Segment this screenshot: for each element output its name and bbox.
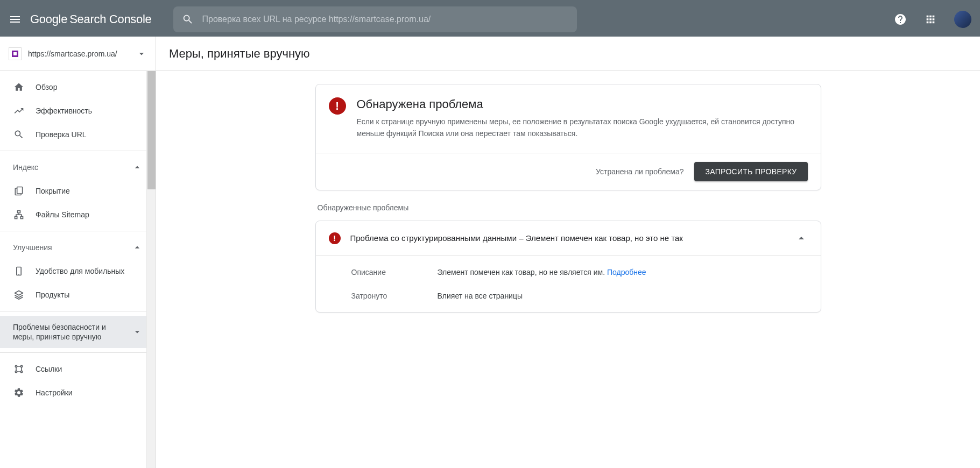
section-label: Проблемы безопасности и меры, принятые в… xyxy=(13,322,110,342)
svg-point-7 xyxy=(15,371,17,373)
sidebar-item-label: Обзор xyxy=(36,83,57,91)
dropdown-arrow-icon xyxy=(136,48,147,59)
sidebar-section-enhancements[interactable]: Улучшения xyxy=(0,236,156,259)
links-icon xyxy=(13,363,25,375)
property-favicon xyxy=(9,47,22,60)
property-selector[interactable]: https://smartcase.prom.ua/ xyxy=(0,37,156,71)
sidebar-nav: Обзор Эффективность Проверка URL Индекс … xyxy=(0,71,156,468)
issue-row-label: Описание xyxy=(351,268,438,276)
home-icon xyxy=(13,81,25,93)
sidebar-item-sitemaps[interactable]: Файлы Sitemap xyxy=(0,203,149,226)
svg-point-6 xyxy=(20,366,22,367)
chevron-up-icon xyxy=(795,232,808,245)
nav-divider xyxy=(0,231,156,231)
learn-more-link[interactable]: Подробнее xyxy=(607,268,646,276)
chevron-up-icon xyxy=(132,242,143,253)
sitemap-icon xyxy=(13,209,25,221)
alert-title: Обнаружена проблема xyxy=(357,97,808,111)
sidebar-item-label: Файлы Sitemap xyxy=(36,210,89,219)
nav-divider xyxy=(0,311,156,311)
issue-row-affected: Затронуто Влияет на все страницы xyxy=(316,284,821,308)
search-icon xyxy=(182,13,194,25)
pages-icon xyxy=(13,185,25,197)
section-label: Индекс xyxy=(13,163,38,172)
hamburger-menu-icon[interactable] xyxy=(9,13,22,26)
chevron-up-icon xyxy=(132,162,143,173)
request-review-button[interactable]: ЗАПРОСИТЬ ПРОВЕРКУ xyxy=(694,162,807,181)
sidebar-scrollbar[interactable] xyxy=(146,71,156,468)
svg-rect-2 xyxy=(15,216,17,218)
logo-google-text: Google xyxy=(30,12,67,26)
sidebar-item-mobile-usability[interactable]: Удобство для мобильных xyxy=(0,259,149,283)
sidebar-item-label: Продукты xyxy=(36,290,69,299)
sidebar-section-index[interactable]: Индекс xyxy=(0,155,156,179)
sidebar-item-label: Покрытие xyxy=(36,187,70,195)
issue-row-label: Затронуто xyxy=(351,292,438,300)
issue-title: Проблема со структурированными данными –… xyxy=(350,232,785,244)
sidebar-item-label: Проверка URL xyxy=(36,130,87,139)
issue-error-icon: ! xyxy=(329,232,341,244)
url-search-input[interactable] xyxy=(202,15,568,24)
sidebar-section-security-manual[interactable]: Проблемы безопасности и меры, принятые в… xyxy=(0,316,156,348)
svg-rect-0 xyxy=(17,187,23,194)
sidebar-item-label: Настройки xyxy=(36,388,73,397)
section-label: Улучшения xyxy=(13,243,52,252)
gear-icon xyxy=(13,387,25,399)
trending-icon xyxy=(13,105,25,117)
property-url: https://smartcase.prom.ua/ xyxy=(28,49,130,58)
sidebar-item-coverage[interactable]: Покрытие xyxy=(0,179,149,203)
issue-description-text: Элемент помечен как товар, но не являетс… xyxy=(438,268,607,276)
apps-grid-icon[interactable] xyxy=(920,9,941,30)
sidebar-item-products[interactable]: Продукты xyxy=(0,283,149,307)
sidebar-item-overview[interactable]: Обзор xyxy=(0,75,149,99)
svg-rect-1 xyxy=(18,211,20,213)
alert-card: ! Обнаружена проблема Если к странице вр… xyxy=(315,84,821,190)
alert-error-icon: ! xyxy=(329,97,346,115)
issue-body: Описание Элемент помечен как товар, но н… xyxy=(316,256,821,312)
help-icon[interactable] xyxy=(890,9,911,30)
content-area: Меры, принятые вручную ! Обнаружена проб… xyxy=(156,37,980,468)
app-header: Google Search Console xyxy=(0,2,980,37)
account-avatar[interactable] xyxy=(954,11,971,28)
sidebar-item-url-inspection[interactable]: Проверка URL xyxy=(0,123,149,146)
nav-divider xyxy=(0,352,156,353)
nav-divider xyxy=(0,151,156,151)
issue-row-value: Элемент помечен как товар, но не являетс… xyxy=(438,268,646,276)
alert-footer-question: Устранена ли проблема? xyxy=(596,167,683,176)
logo-product-text: Search Console xyxy=(69,12,151,26)
chevron-down-icon xyxy=(132,327,143,337)
content-body: ! Обнаружена проблема Если к странице вр… xyxy=(156,71,980,468)
sidebar-item-label: Эффективность xyxy=(36,107,92,115)
issue-header[interactable]: ! Проблема со структурированными данными… xyxy=(316,221,821,256)
sidebar-item-label: Удобство для мобильных xyxy=(36,267,124,275)
magnifier-icon xyxy=(13,129,25,140)
sidebar: https://smartcase.prom.ua/ Обзор Эффекти… xyxy=(0,37,156,468)
issue-card: ! Проблема со структурированными данными… xyxy=(315,221,821,313)
svg-point-5 xyxy=(15,366,17,367)
product-logo: Google Search Console xyxy=(30,12,152,26)
url-search-container[interactable] xyxy=(173,6,577,32)
sidebar-item-performance[interactable]: Эффективность xyxy=(0,99,149,123)
layers-icon xyxy=(13,289,25,301)
sidebar-item-links[interactable]: Ссылки xyxy=(0,357,149,381)
svg-point-8 xyxy=(20,371,22,373)
sidebar-item-label: Ссылки xyxy=(36,365,62,373)
issues-section-label: Обнаруженные проблемы xyxy=(318,203,821,212)
content-header: Меры, принятые вручную xyxy=(156,37,980,71)
svg-rect-3 xyxy=(20,216,23,218)
issue-row-description: Описание Элемент помечен как товар, но н… xyxy=(316,260,821,284)
sidebar-item-settings[interactable]: Настройки xyxy=(0,381,149,405)
alert-description: Если к странице вручную применены меры, … xyxy=(357,116,808,140)
page-title: Меры, принятые вручную xyxy=(169,47,310,61)
issue-row-value: Влияет на все страницы xyxy=(438,292,523,300)
mobile-icon xyxy=(13,265,25,277)
